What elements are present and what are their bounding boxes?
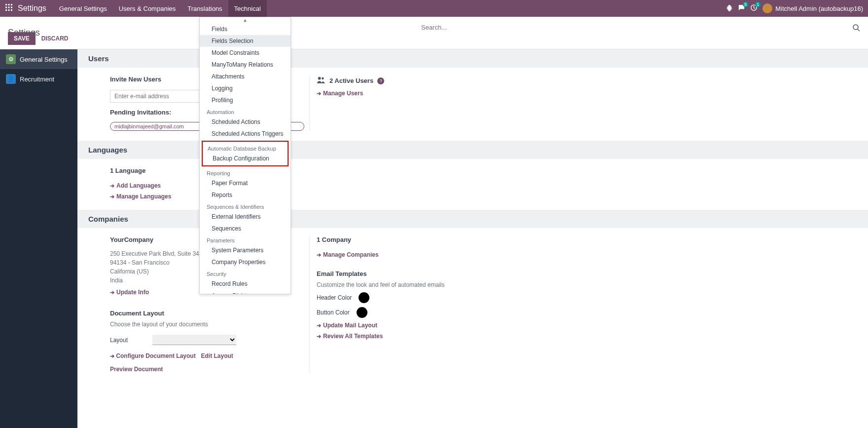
save-button[interactable]: SAVE — [8, 32, 36, 45]
svg-point-12 — [322, 77, 324, 79]
user-menu[interactable]: Mitchell Admin (autobackup16) — [762, 3, 863, 13]
active-users-label: 2 Active Users — [329, 77, 373, 84]
svg-rect-8 — [11, 9, 12, 11]
button-color-label: Button Color — [317, 309, 350, 316]
dd-model-constraints[interactable]: Model Constraints — [200, 47, 290, 59]
technical-dropdown: ▲ Fields Fields Selection Model Constrai… — [199, 17, 291, 294]
arrow-icon: ➔ — [317, 322, 321, 329]
dd-attachments[interactable]: Attachments — [200, 71, 290, 82]
users-icon — [317, 76, 326, 86]
header-color-label: Header Color — [317, 294, 352, 301]
activity-badge: 1 — [755, 2, 760, 7]
dd-header-security: Security — [200, 268, 290, 278]
svg-rect-1 — [8, 4, 10, 5]
dd-backup-config[interactable]: Backup Configuration — [203, 153, 288, 164]
dd-company-props[interactable]: Company Properties — [200, 256, 290, 268]
arrow-icon: ➔ — [317, 333, 321, 340]
menu-general-settings[interactable]: General Settings — [53, 0, 113, 17]
messaging-badge: 5 — [743, 2, 748, 7]
dropdown-scroll-up[interactable]: ▲ — [200, 17, 290, 23]
menu-users-companies[interactable]: Users & Companies — [113, 0, 182, 17]
doc-layout-label: Document Layout — [110, 310, 304, 317]
avatar — [762, 3, 772, 13]
dd-fields-selection[interactable]: Fields Selection — [200, 35, 290, 47]
dd-external-identifiers[interactable]: External Identifiers — [200, 211, 290, 223]
sidebar-item-recruitment[interactable]: 👤 Recruitment — [0, 69, 77, 89]
svg-rect-7 — [8, 9, 10, 11]
dd-profiling[interactable]: Profiling — [200, 94, 290, 106]
dd-header-backup: Automatic Database Backup — [203, 143, 288, 153]
svg-rect-6 — [5, 9, 7, 11]
layout-select[interactable] — [152, 335, 236, 345]
dd-header-reporting: Reporting — [200, 167, 290, 177]
control-panel: Settings SAVE DISCARD — [0, 17, 868, 49]
dd-header-parameters: Parameters — [200, 234, 290, 244]
dd-backup-highlight: Automatic Database Backup Backup Configu… — [202, 141, 289, 166]
dd-header-sequences: Sequences & Identifiers — [200, 201, 290, 211]
user-name: Mitchell Admin (autobackup16) — [775, 5, 863, 12]
email-templates-help: Customize the look and feel of automated… — [317, 281, 444, 288]
company-count-label: 1 Company — [317, 236, 444, 243]
menu-translations[interactable]: Translations — [181, 0, 228, 17]
section-languages-header: Languages — [77, 141, 868, 159]
briefcase-icon: 👤 — [6, 74, 16, 84]
section-users-header: Users — [77, 49, 868, 68]
dd-reports[interactable]: Reports — [200, 189, 290, 201]
manage-users-link[interactable]: ➔Manage Users — [317, 90, 384, 97]
sidebar-item-general[interactable]: ⚙ General Settings — [0, 49, 77, 69]
doc-layout-help: Choose the layout of your documents — [110, 321, 304, 328]
arrow-icon: ➔ — [317, 90, 321, 97]
svg-point-11 — [318, 77, 321, 80]
activity-icon[interactable]: 1 — [750, 4, 758, 13]
dd-scheduled-triggers[interactable]: Scheduled Actions Triggers — [200, 128, 290, 140]
settings-sidebar: ⚙ General Settings 👤 Recruitment — [0, 49, 77, 428]
arrow-icon: ➔ — [110, 194, 114, 200]
discard-button[interactable]: DISCARD — [41, 32, 69, 45]
arrow-icon: ➔ — [317, 252, 321, 258]
arrow-icon: ➔ — [110, 353, 114, 359]
dd-logging[interactable]: Logging — [200, 82, 290, 94]
edit-layout-link[interactable]: Edit Layout — [201, 352, 233, 359]
messaging-icon[interactable]: 5 — [738, 4, 745, 13]
dd-system-params[interactable]: System Parameters — [200, 244, 290, 256]
help-icon[interactable]: ? — [377, 78, 384, 84]
apps-menu-icon[interactable] — [0, 3, 18, 13]
dd-record-rules[interactable]: Record Rules — [200, 278, 290, 290]
dd-scheduled-actions[interactable]: Scheduled Actions — [200, 116, 290, 128]
svg-rect-5 — [11, 7, 12, 8]
svg-rect-4 — [8, 7, 10, 8]
dd-m2m-relations[interactable]: ManyToMany Relations — [200, 59, 290, 71]
sidebar-item-label: General Settings — [20, 56, 68, 63]
header-color-swatch[interactable] — [359, 292, 369, 303]
debug-icon[interactable] — [726, 4, 733, 13]
configure-doc-layout-link[interactable]: ➔ Configure Document Layout — [110, 352, 196, 359]
layout-label: Layout — [110, 337, 128, 344]
search-icon[interactable] — [852, 24, 860, 34]
review-all-templates-link[interactable]: ➔Review All Templates — [317, 333, 444, 340]
svg-rect-3 — [5, 7, 7, 8]
top-nav: Settings General Settings Users & Compan… — [0, 0, 868, 17]
svg-point-10 — [853, 25, 858, 30]
dd-fields[interactable]: Fields — [200, 23, 290, 35]
arrow-icon: ➔ — [110, 289, 114, 296]
search-input[interactable] — [385, 24, 483, 31]
settings-main: Users Invite New Users Pending Invitatio… — [77, 49, 868, 428]
menu-technical[interactable]: Technical — [228, 0, 267, 17]
dd-sequences[interactable]: Sequences — [200, 223, 290, 234]
gear-icon: ⚙ — [6, 54, 16, 64]
manage-companies-link[interactable]: ➔Manage Companies — [317, 251, 444, 258]
app-brand[interactable]: Settings — [18, 4, 53, 13]
section-companies-header: Companies — [77, 210, 868, 228]
dd-access-rights[interactable]: Access Rights — [200, 290, 290, 294]
arrow-icon: ➔ — [110, 183, 114, 189]
sidebar-item-label: Recruitment — [20, 76, 54, 83]
preview-document-link[interactable]: Preview Document — [110, 366, 163, 373]
svg-rect-2 — [11, 4, 12, 5]
button-color-swatch[interactable] — [357, 307, 367, 318]
svg-rect-0 — [5, 4, 7, 5]
email-templates-label: Email Templates — [317, 270, 444, 277]
dd-paper-format[interactable]: Paper Format — [200, 177, 290, 189]
dd-header-automation: Automation — [200, 106, 290, 116]
update-mail-layout-link[interactable]: ➔Update Mail Layout — [317, 322, 444, 329]
